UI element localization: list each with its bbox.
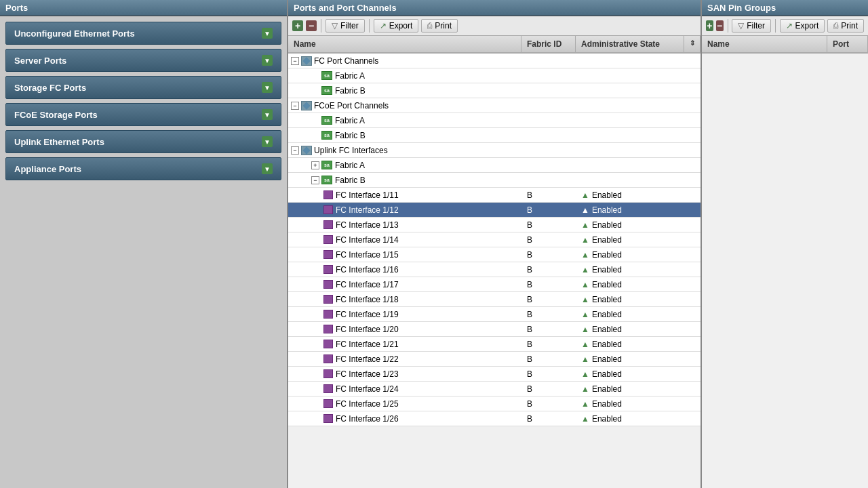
state-icon: ▲ <box>581 340 589 349</box>
row-fabric-cell <box>521 105 576 106</box>
table-row[interactable]: FC Interface 1/15B▲Enabled <box>288 247 701 262</box>
row-fabric-cell: B <box>521 294 576 305</box>
table-row[interactable]: saFabric B <box>288 83 701 98</box>
table-row[interactable]: +saFabric A <box>288 158 701 173</box>
table-row[interactable]: −saFabric B <box>288 173 701 188</box>
remove-button[interactable]: − <box>306 20 317 31</box>
accordion-label: Appliance Ports <box>14 164 81 174</box>
row-name-label: Fabric A <box>335 161 365 170</box>
row-state-cell: ▲Enabled <box>576 205 684 216</box>
accordion-unconfigured-ethernet[interactable]: Unconfigured Ethernet Ports ▼ <box>5 22 281 45</box>
col-fabric-id[interactable]: Fabric ID <box>521 36 576 52</box>
table-row[interactable]: FC Interface 1/11B▲Enabled <box>288 188 701 203</box>
san-add-button[interactable]: + <box>706 20 713 31</box>
filter-button[interactable]: ▽ Filter <box>326 19 365 33</box>
row-name-label: FC Interface 1/11 <box>336 190 399 200</box>
table-row[interactable]: FC Interface 1/14B▲Enabled <box>288 232 701 247</box>
table-row[interactable]: FC Interface 1/13B▲Enabled <box>288 218 701 232</box>
table-row[interactable]: FC Interface 1/25B▲Enabled <box>288 396 701 411</box>
state-icon: ▲ <box>581 205 589 215</box>
row-state-cell: ▲Enabled <box>576 220 684 230</box>
row-fabric-cell <box>521 75 576 77</box>
state-icon: ▲ <box>581 265 589 274</box>
table-row[interactable]: FC Interface 1/19B▲Enabled <box>288 307 701 322</box>
state-icon: ▲ <box>581 399 589 409</box>
san-col-port[interactable]: Port <box>827 36 868 52</box>
state-icon: ▲ <box>581 295 589 304</box>
row-state-cell: ▲Enabled <box>576 249 684 260</box>
export-button[interactable]: ↗ Export <box>374 19 419 33</box>
export-icon: ↗ <box>380 21 387 30</box>
row-state-cell <box>576 105 684 106</box>
row-name-label: FC Interface 1/13 <box>336 220 399 230</box>
row-name-label: FC Interface 1/26 <box>336 414 399 424</box>
col-name[interactable]: Name <box>288 36 521 52</box>
table-container: Name Fabric ID Administrative State ⇕ −F… <box>288 36 701 488</box>
row-name-label: FC Interface 1/18 <box>336 295 399 304</box>
table-row[interactable]: FC Interface 1/12B▲Enabled <box>288 203 701 218</box>
row-fabric-cell <box>521 150 576 151</box>
table-row[interactable]: FC Interface 1/18B▲Enabled <box>288 292 701 307</box>
row-fabric-cell: B <box>521 369 576 380</box>
accordion-label: Storage FC Ports <box>14 83 86 93</box>
row-fabric-cell: B <box>521 279 576 290</box>
row-name-label: Uplink FC Interfaces <box>314 146 388 155</box>
accordion-storage-fc[interactable]: Storage FC Ports ▼ <box>5 76 281 99</box>
row-fabric-cell: B <box>521 309 576 320</box>
accordion-server-ports[interactable]: Server Ports ▼ <box>5 49 281 72</box>
accordion-arrow-3: ▼ <box>262 109 273 120</box>
row-name-label: FC Interface 1/17 <box>336 280 399 289</box>
row-state-cell: ▲Enabled <box>576 339 684 350</box>
table-row[interactable]: −FC Port Channels <box>288 54 701 68</box>
table-row[interactable]: saFabric A <box>288 113 701 128</box>
row-state-cell: ▲Enabled <box>576 369 684 380</box>
table-row[interactable]: FC Interface 1/26B▲Enabled <box>288 411 701 426</box>
table-row[interactable]: saFabric B <box>288 128 701 143</box>
accordion-fcoe-storage[interactable]: FCoE Storage Ports ▼ <box>5 103 281 126</box>
row-fabric-cell <box>521 90 576 92</box>
san-remove-button[interactable]: − <box>716 20 724 31</box>
table-header: Name Fabric ID Administrative State ⇕ <box>288 36 701 54</box>
right-toolbar: + − ▽ Filter ↗ Export ⎙ Print <box>702 16 868 36</box>
table-row[interactable]: FC Interface 1/21B▲Enabled <box>288 337 701 352</box>
san-col-name[interactable]: Name <box>702 36 827 52</box>
col-admin-state[interactable]: Administrative State <box>576 36 684 52</box>
table-row[interactable]: FC Interface 1/23B▲Enabled <box>288 367 701 382</box>
san-separator-1 <box>728 19 728 33</box>
state-icon: ▲ <box>581 325 589 334</box>
add-button[interactable]: + <box>292 20 303 31</box>
table-row[interactable]: −FCoE Port Channels <box>288 98 701 113</box>
accordion-arrow-5: ▼ <box>262 163 273 174</box>
row-fabric-cell: B <box>521 413 576 424</box>
san-separator-2 <box>775 19 776 33</box>
row-state-cell: ▲Enabled <box>576 324 684 335</box>
row-name-label: FC Interface 1/23 <box>336 369 399 379</box>
row-name-label: FC Interface 1/22 <box>336 354 399 364</box>
table-row[interactable]: FC Interface 1/16B▲Enabled <box>288 262 701 277</box>
row-name-label: FC Interface 1/19 <box>336 310 399 319</box>
table-row[interactable]: −Uplink FC Interfaces <box>288 143 701 158</box>
accordion-uplink-ethernet[interactable]: Uplink Ethernet Ports ▼ <box>5 130 281 153</box>
table-row[interactable]: FC Interface 1/17B▲Enabled <box>288 277 701 292</box>
san-export-button[interactable]: ↗ Export <box>780 19 825 33</box>
accordion-label: Unconfigured Ethernet Ports <box>14 28 135 39</box>
row-fabric-cell <box>521 165 576 166</box>
print-button[interactable]: ⎙ Print <box>421 19 458 33</box>
table-row[interactable]: FC Interface 1/22B▲Enabled <box>288 352 701 367</box>
san-print-icon: ⎙ <box>833 21 838 30</box>
accordion-arrow-1: ▼ <box>262 55 273 66</box>
state-icon: ▲ <box>581 220 589 230</box>
row-fabric-cell: B <box>521 264 576 275</box>
table-row[interactable]: FC Interface 1/20B▲Enabled <box>288 322 701 337</box>
state-icon: ▲ <box>581 190 589 200</box>
row-fabric-cell: B <box>521 190 576 201</box>
row-name-label: FC Interface 1/24 <box>336 384 399 394</box>
row-name-label: Fabric B <box>335 86 366 96</box>
table-row[interactable]: FC Interface 1/24B▲Enabled <box>288 382 701 396</box>
table-row[interactable]: saFabric A <box>288 68 701 83</box>
san-print-button[interactable]: ⎙ Print <box>827 19 864 33</box>
accordion-arrow-4: ▼ <box>262 136 273 147</box>
san-filter-button[interactable]: ▽ Filter <box>732 19 771 33</box>
accordion-appliance-ports[interactable]: Appliance Ports ▼ <box>5 157 281 180</box>
separator-2 <box>369 19 370 33</box>
